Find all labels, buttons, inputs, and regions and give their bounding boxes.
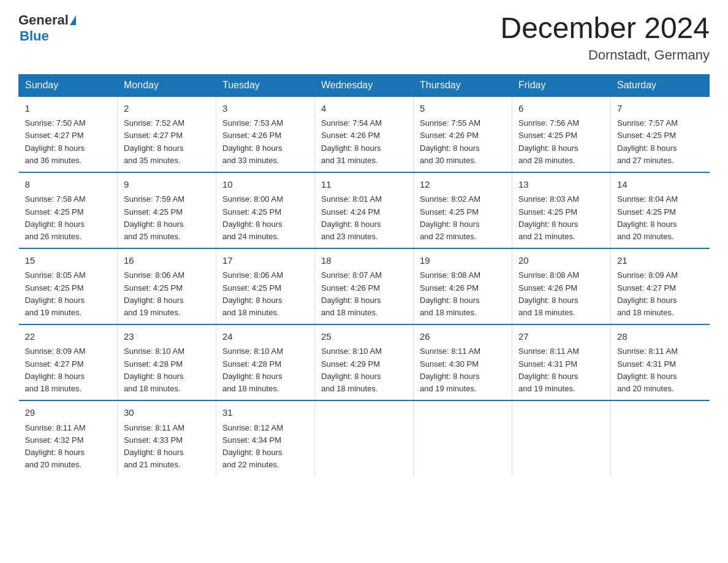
day-info: Sunrise: 8:10 AMSunset: 4:29 PMDaylight:… — [321, 345, 407, 395]
day-info: Sunrise: 8:12 AMSunset: 4:34 PMDaylight:… — [222, 422, 308, 472]
day-number: 6 — [518, 102, 604, 116]
table-row: 19Sunrise: 8:08 AMSunset: 4:26 PMDayligh… — [414, 248, 512, 324]
day-info: Sunrise: 8:10 AMSunset: 4:28 PMDaylight:… — [222, 345, 308, 395]
day-number: 24 — [222, 330, 308, 344]
day-info: Sunrise: 8:01 AMSunset: 4:24 PMDaylight:… — [321, 193, 407, 243]
day-info: Sunrise: 7:54 AMSunset: 4:26 PMDaylight:… — [321, 117, 407, 167]
table-row: 30Sunrise: 8:11 AMSunset: 4:33 PMDayligh… — [118, 400, 216, 476]
day-number: 5 — [420, 102, 506, 116]
table-row: 28Sunrise: 8:11 AMSunset: 4:31 PMDayligh… — [611, 324, 710, 400]
calendar-table: Sunday Monday Tuesday Wednesday Thursday… — [18, 74, 710, 476]
day-number: 17 — [222, 254, 308, 268]
day-number: 31 — [222, 406, 308, 420]
calendar-week-row: 8Sunrise: 7:58 AMSunset: 4:25 PMDaylight… — [19, 172, 710, 248]
table-row: 25Sunrise: 8:10 AMSunset: 4:29 PMDayligh… — [315, 324, 414, 400]
location-subtitle: Dornstadt, Germany — [500, 47, 710, 63]
calendar-week-row: 1Sunrise: 7:50 AMSunset: 4:27 PMDaylight… — [19, 96, 710, 172]
day-info: Sunrise: 8:02 AMSunset: 4:25 PMDaylight:… — [420, 193, 506, 243]
table-row: 4Sunrise: 7:54 AMSunset: 4:26 PMDaylight… — [315, 96, 414, 172]
col-friday: Friday — [512, 74, 611, 96]
day-number: 29 — [25, 406, 112, 420]
table-row: 22Sunrise: 8:09 AMSunset: 4:27 PMDayligh… — [19, 324, 118, 400]
day-info: Sunrise: 8:11 AMSunset: 4:31 PMDaylight:… — [617, 345, 703, 395]
col-monday: Monday — [118, 74, 216, 96]
day-number: 11 — [321, 178, 407, 192]
table-row: 13Sunrise: 8:03 AMSunset: 4:25 PMDayligh… — [512, 172, 611, 248]
day-info: Sunrise: 8:08 AMSunset: 4:26 PMDaylight:… — [518, 269, 604, 319]
day-info: Sunrise: 7:57 AMSunset: 4:25 PMDaylight:… — [617, 117, 703, 167]
day-number: 26 — [420, 330, 506, 344]
table-row — [611, 400, 710, 476]
day-number: 4 — [321, 102, 407, 116]
day-info: Sunrise: 8:10 AMSunset: 4:28 PMDaylight:… — [124, 345, 210, 395]
table-row — [512, 400, 611, 476]
table-row: 1Sunrise: 7:50 AMSunset: 4:27 PMDaylight… — [19, 96, 118, 172]
table-row: 9Sunrise: 7:59 AMSunset: 4:25 PMDaylight… — [118, 172, 216, 248]
logo-triangle-icon — [70, 15, 76, 25]
table-row: 31Sunrise: 8:12 AMSunset: 4:34 PMDayligh… — [216, 400, 315, 476]
table-row: 21Sunrise: 8:09 AMSunset: 4:27 PMDayligh… — [611, 248, 710, 324]
table-row: 23Sunrise: 8:10 AMSunset: 4:28 PMDayligh… — [118, 324, 216, 400]
day-number: 16 — [124, 254, 210, 268]
day-info: Sunrise: 7:52 AMSunset: 4:27 PMDaylight:… — [124, 117, 210, 167]
table-row: 17Sunrise: 8:06 AMSunset: 4:25 PMDayligh… — [216, 248, 315, 324]
day-info: Sunrise: 8:00 AMSunset: 4:25 PMDaylight:… — [222, 193, 308, 243]
table-row: 12Sunrise: 8:02 AMSunset: 4:25 PMDayligh… — [414, 172, 512, 248]
day-number: 15 — [25, 254, 112, 268]
table-row: 14Sunrise: 8:04 AMSunset: 4:25 PMDayligh… — [611, 172, 710, 248]
day-info: Sunrise: 7:58 AMSunset: 4:25 PMDaylight:… — [25, 193, 112, 243]
col-tuesday: Tuesday — [216, 74, 315, 96]
logo: General Blue — [18, 12, 76, 44]
day-info: Sunrise: 7:55 AMSunset: 4:26 PMDaylight:… — [420, 117, 506, 167]
day-info: Sunrise: 8:11 AMSunset: 4:32 PMDaylight:… — [25, 422, 112, 472]
day-number: 2 — [124, 102, 210, 116]
col-sunday: Sunday — [19, 74, 118, 96]
day-number: 27 — [518, 330, 604, 344]
day-number: 21 — [617, 254, 703, 268]
day-info: Sunrise: 7:59 AMSunset: 4:25 PMDaylight:… — [124, 193, 210, 243]
day-info: Sunrise: 8:11 AMSunset: 4:30 PMDaylight:… — [420, 345, 506, 395]
day-info: Sunrise: 8:11 AMSunset: 4:33 PMDaylight:… — [124, 422, 210, 472]
col-saturday: Saturday — [611, 74, 710, 96]
day-number: 19 — [420, 254, 506, 268]
table-row: 27Sunrise: 8:11 AMSunset: 4:31 PMDayligh… — [512, 324, 611, 400]
month-title: December 2024 — [500, 12, 710, 45]
day-number: 14 — [617, 178, 703, 192]
calendar-header-row: Sunday Monday Tuesday Wednesday Thursday… — [19, 74, 710, 96]
calendar-week-row: 15Sunrise: 8:05 AMSunset: 4:25 PMDayligh… — [19, 248, 710, 324]
calendar-week-row: 22Sunrise: 8:09 AMSunset: 4:27 PMDayligh… — [19, 324, 710, 400]
table-row: 3Sunrise: 7:53 AMSunset: 4:26 PMDaylight… — [216, 96, 315, 172]
table-row: 6Sunrise: 7:56 AMSunset: 4:25 PMDaylight… — [512, 96, 611, 172]
logo-blue: Blue — [20, 28, 49, 44]
day-number: 7 — [617, 102, 703, 116]
table-row: 2Sunrise: 7:52 AMSunset: 4:27 PMDaylight… — [118, 96, 216, 172]
day-info: Sunrise: 8:07 AMSunset: 4:26 PMDaylight:… — [321, 269, 407, 319]
table-row: 10Sunrise: 8:00 AMSunset: 4:25 PMDayligh… — [216, 172, 315, 248]
day-info: Sunrise: 7:53 AMSunset: 4:26 PMDaylight:… — [222, 117, 308, 167]
day-info: Sunrise: 8:11 AMSunset: 4:31 PMDaylight:… — [518, 345, 604, 395]
day-info: Sunrise: 8:05 AMSunset: 4:25 PMDaylight:… — [25, 269, 112, 319]
day-number: 12 — [420, 178, 506, 192]
day-number: 13 — [518, 178, 604, 192]
day-info: Sunrise: 8:08 AMSunset: 4:26 PMDaylight:… — [420, 269, 506, 319]
col-thursday: Thursday — [414, 74, 512, 96]
day-number: 3 — [222, 102, 308, 116]
day-info: Sunrise: 8:09 AMSunset: 4:27 PMDaylight:… — [25, 345, 112, 395]
day-number: 20 — [518, 254, 604, 268]
day-info: Sunrise: 8:09 AMSunset: 4:27 PMDaylight:… — [617, 269, 703, 319]
table-row: 20Sunrise: 8:08 AMSunset: 4:26 PMDayligh… — [512, 248, 611, 324]
day-info: Sunrise: 8:06 AMSunset: 4:25 PMDaylight:… — [124, 269, 210, 319]
table-row: 18Sunrise: 8:07 AMSunset: 4:26 PMDayligh… — [315, 248, 414, 324]
table-row: 26Sunrise: 8:11 AMSunset: 4:30 PMDayligh… — [414, 324, 512, 400]
day-number: 30 — [124, 406, 210, 420]
day-info: Sunrise: 7:56 AMSunset: 4:25 PMDaylight:… — [518, 117, 604, 167]
day-number: 22 — [25, 330, 112, 344]
table-row — [414, 400, 512, 476]
table-row: 5Sunrise: 7:55 AMSunset: 4:26 PMDaylight… — [414, 96, 512, 172]
table-row — [315, 400, 414, 476]
calendar-week-row: 29Sunrise: 8:11 AMSunset: 4:32 PMDayligh… — [19, 400, 710, 476]
day-info: Sunrise: 8:06 AMSunset: 4:25 PMDaylight:… — [222, 269, 308, 319]
page-header: General Blue December 2024 Dornstadt, Ge… — [18, 12, 710, 63]
table-row: 24Sunrise: 8:10 AMSunset: 4:28 PMDayligh… — [216, 324, 315, 400]
day-number: 18 — [321, 254, 407, 268]
